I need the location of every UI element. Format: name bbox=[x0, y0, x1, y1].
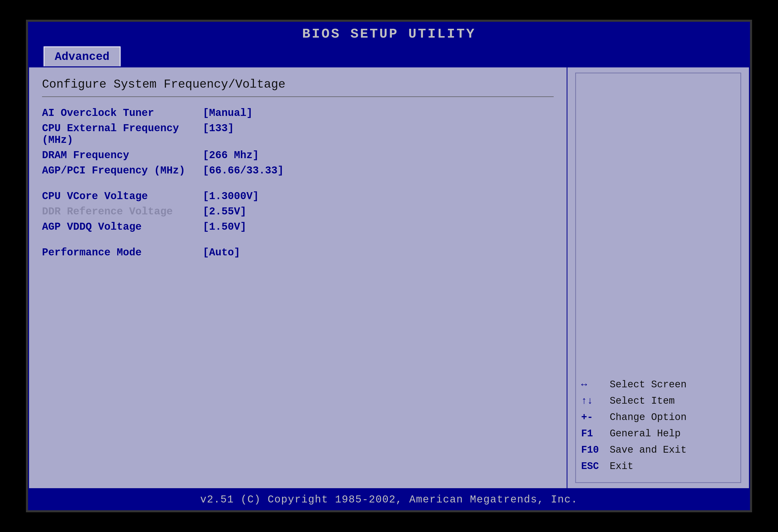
help-key-updown: ↑↓ bbox=[581, 395, 602, 407]
section-title: Configure System Frequency/Voltage bbox=[42, 78, 554, 91]
help-row-exit: ESC Exit bbox=[581, 461, 735, 472]
setting-label-agp-vddq: AGP VDDQ Voltage bbox=[42, 221, 203, 233]
setting-label-dram-freq: DRAM Frequency bbox=[42, 150, 203, 161]
help-section: ↔ Select Screen ↑↓ Select Item +- Change… bbox=[581, 379, 735, 477]
help-row-general-help: F1 General Help bbox=[581, 428, 735, 439]
settings-group-performance: Performance Mode [Auto] bbox=[42, 247, 554, 262]
footer-bar: v2.51 (C) Copyright 1985-2002, American … bbox=[28, 489, 750, 510]
setting-label-agp-pci-freq: AGP/PCI Frequency (MHz) bbox=[42, 165, 203, 177]
setting-value-cpu-vcore[interactable]: [1.3000V] bbox=[203, 191, 259, 202]
help-desc-change-option: Change Option bbox=[610, 412, 687, 423]
left-panel: Configure System Frequency/Voltage AI Ov… bbox=[29, 67, 567, 488]
setting-label-cpu-ext-freq: CPU External Frequency (MHz) bbox=[42, 123, 203, 146]
setting-label-cpu-vcore: CPU VCore Voltage bbox=[42, 191, 203, 202]
setting-row-performance-mode: Performance Mode [Auto] bbox=[42, 247, 554, 259]
setting-row-agp-pci-freq: AGP/PCI Frequency (MHz) [66.66/33.33] bbox=[42, 165, 554, 177]
setting-row-cpu-ext-freq: CPU External Frequency (MHz) [133] bbox=[42, 123, 554, 146]
setting-value-ai-overclock[interactable]: [Manual] bbox=[203, 107, 253, 119]
setting-row-cpu-vcore: CPU VCore Voltage [1.3000V] bbox=[42, 191, 554, 202]
main-content: Configure System Frequency/Voltage AI Ov… bbox=[28, 66, 750, 489]
help-row-select-item: ↑↓ Select Item bbox=[581, 395, 735, 407]
help-row-change-option: +- Change Option bbox=[581, 412, 735, 423]
settings-group-frequency: AI Overclock Tuner [Manual] CPU External… bbox=[42, 107, 554, 180]
help-desc-save-exit: Save and Exit bbox=[610, 444, 687, 455]
setting-row-ai-overclock: AI Overclock Tuner [Manual] bbox=[42, 107, 554, 119]
bios-title: BIOS SETUP UTILITY bbox=[302, 26, 476, 42]
help-key-arrows: ↔ bbox=[581, 379, 602, 390]
setting-row-dram-freq: DRAM Frequency [266 Mhz] bbox=[42, 150, 554, 161]
help-desc-select-screen: Select Screen bbox=[610, 379, 687, 390]
help-desc-select-item: Select Item bbox=[610, 395, 675, 407]
help-key-f10: F10 bbox=[581, 444, 602, 455]
tab-advanced[interactable]: Advanced bbox=[44, 47, 121, 66]
help-key-plusminus: +- bbox=[581, 412, 602, 423]
setting-row-ddr-ref: DDR Reference Voltage [2.55V] bbox=[42, 206, 554, 217]
title-bar: BIOS SETUP UTILITY bbox=[28, 22, 750, 47]
section-divider bbox=[42, 96, 554, 97]
help-desc-exit: Exit bbox=[610, 461, 633, 472]
tab-bar: Advanced bbox=[28, 47, 750, 66]
setting-row-agp-vddq: AGP VDDQ Voltage [1.50V] bbox=[42, 221, 554, 233]
help-box: ↔ Select Screen ↑↓ Select Item +- Change… bbox=[575, 73, 741, 483]
setting-label-ai-overclock: AI Overclock Tuner bbox=[42, 107, 203, 119]
help-key-f1: F1 bbox=[581, 428, 602, 439]
setting-label-ddr-ref: DDR Reference Voltage bbox=[42, 206, 203, 217]
setting-value-agp-vddq[interactable]: [1.50V] bbox=[203, 221, 246, 233]
setting-value-dram-freq[interactable]: [266 Mhz] bbox=[203, 150, 259, 161]
setting-value-agp-pci-freq[interactable]: [66.66/33.33] bbox=[203, 165, 284, 177]
help-row-save-exit: F10 Save and Exit bbox=[581, 444, 735, 455]
settings-group-voltage: CPU VCore Voltage [1.3000V] DDR Referenc… bbox=[42, 191, 554, 237]
setting-value-ddr-ref[interactable]: [2.55V] bbox=[203, 206, 246, 217]
setting-value-performance-mode[interactable]: [Auto] bbox=[203, 247, 240, 259]
help-desc-general-help: General Help bbox=[610, 428, 681, 439]
footer-text: v2.51 (C) Copyright 1985-2002, American … bbox=[200, 494, 578, 506]
help-row-select-screen: ↔ Select Screen bbox=[581, 379, 735, 390]
setting-label-performance-mode: Performance Mode bbox=[42, 247, 203, 259]
bios-screen: BIOS SETUP UTILITY Advanced Configure Sy… bbox=[26, 20, 752, 512]
right-panel: ↔ Select Screen ↑↓ Select Item +- Change… bbox=[567, 67, 749, 488]
help-key-esc: ESC bbox=[581, 461, 602, 472]
setting-value-cpu-ext-freq[interactable]: [133] bbox=[203, 123, 234, 134]
